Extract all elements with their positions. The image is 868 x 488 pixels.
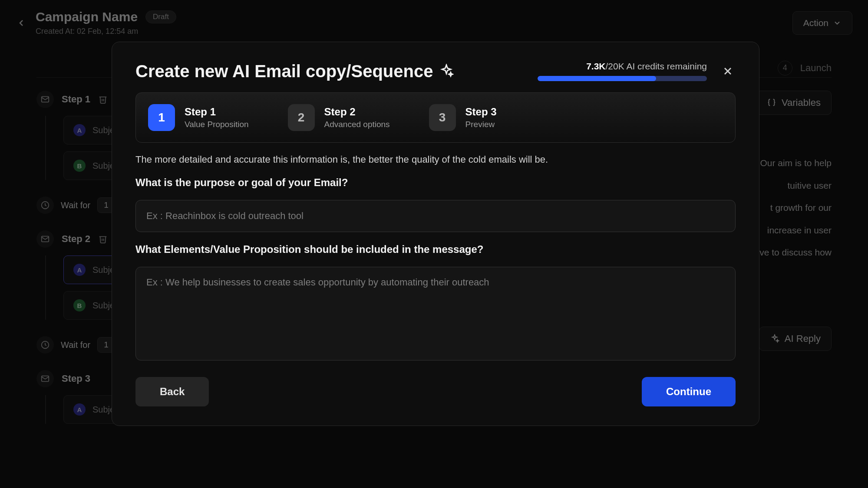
value-prop-label: What Elements/Value Proposition should b… (135, 243, 736, 255)
step-3-title: Step 3 (465, 106, 497, 118)
modal-footer: Back Continue (135, 377, 736, 406)
close-button[interactable] (720, 63, 736, 79)
step-1-title: Step 1 (185, 106, 249, 118)
step-3-subtitle: Preview (465, 120, 497, 129)
step-number-3: 3 (429, 104, 456, 131)
value-prop-textarea[interactable] (135, 267, 736, 360)
purpose-label: What is the purpose or goal of your Emai… (135, 177, 736, 189)
stepper-step-2[interactable]: 2 Step 2 Advanced options (288, 104, 390, 131)
stepper-step-3[interactable]: 3 Step 3 Preview (429, 104, 497, 131)
credits-used: 7.3K (586, 61, 605, 71)
credits-total: /20K (606, 61, 624, 71)
stepper: 1 Step 1 Value Proposition 2 Step 2 Adva… (135, 92, 736, 143)
modal-title: Create new AI Email copy/Sequence (135, 62, 454, 81)
purpose-input[interactable] (135, 200, 736, 232)
credits-progress-fill (538, 76, 656, 81)
back-button[interactable]: Back (135, 377, 209, 406)
step-1-subtitle: Value Proposition (185, 120, 249, 129)
ai-email-modal: Create new AI Email copy/Sequence 7.3K/2… (112, 42, 759, 426)
stepper-step-1[interactable]: 1 Step 1 Value Proposition (148, 104, 249, 131)
credits-progress-bar (538, 76, 707, 81)
modal-header: Create new AI Email copy/Sequence 7.3K/2… (135, 61, 736, 81)
modal-title-text: Create new AI Email copy/Sequence (135, 62, 433, 81)
sparkle-icon (439, 64, 454, 79)
credits-suffix: AI credits remaining (624, 61, 707, 71)
continue-button[interactable]: Continue (642, 377, 736, 406)
credits-block: 7.3K/20K AI credits remaining (538, 61, 707, 81)
helper-text: The more detailed and accurate this info… (135, 154, 736, 165)
step-2-title: Step 2 (324, 106, 390, 118)
close-icon (722, 65, 734, 77)
step-number-1: 1 (148, 104, 175, 131)
step-number-2: 2 (288, 104, 315, 131)
credits-text: 7.3K/20K AI credits remaining (586, 61, 707, 72)
step-2-subtitle: Advanced options (324, 120, 390, 129)
